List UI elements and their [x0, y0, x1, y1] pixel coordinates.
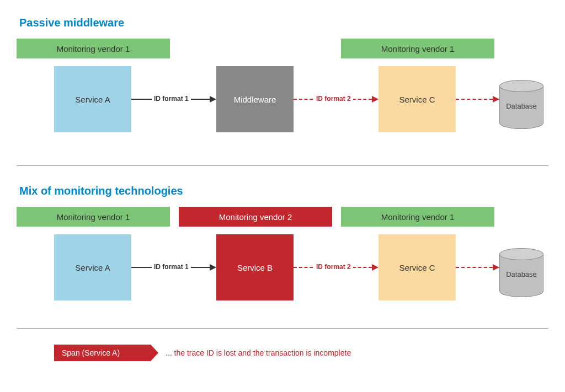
vendor1-box-right-s1: Monitoring vendor 1: [341, 39, 494, 58]
database-s1: Database: [499, 80, 543, 130]
middleware-box-s1: Middleware: [216, 66, 294, 132]
arrow-s1-3: [456, 99, 493, 100]
section1-title: Passive middleware: [19, 17, 124, 29]
database-s2: Database: [499, 248, 543, 298]
span-box: Span (Service A): [54, 345, 151, 361]
divider-2: [17, 328, 548, 329]
service-a-box-s1: Service A: [54, 66, 131, 132]
vendor2-box-s2: Monitoring vendor 2: [179, 207, 332, 227]
arrow-head-s2-1: [210, 264, 216, 271]
divider-1: [17, 165, 548, 166]
section2-title: Mix of monitoring technologies: [19, 185, 183, 197]
arrow-label-s2-1: ID format 1: [152, 263, 191, 271]
vendor1-box-left-s1: Monitoring vendor 1: [17, 39, 170, 58]
service-c-box-s1: Service C: [379, 66, 456, 132]
arrow-head-s1-1: [210, 96, 216, 103]
service-a-box-s2: Service A: [54, 234, 131, 300]
service-c-box-s2: Service C: [379, 234, 456, 300]
span-description: ... the trace ID is lost and the transac…: [166, 348, 351, 357]
database-label-s1: Database: [499, 102, 543, 110]
service-b-box-s2: Service B: [216, 234, 294, 300]
vendor1-box-left-s2: Monitoring vendor 1: [17, 207, 170, 227]
arrow-head-s1-3: [493, 96, 499, 103]
vendor1-box-right-s2: Monitoring vendor 1: [341, 207, 494, 227]
database-label-s2: Database: [499, 270, 543, 278]
arrow-label-s1-1: ID format 1: [152, 95, 191, 103]
arrow-label-s1-2: ID format 2: [314, 95, 353, 103]
arrow-label-s2-2: ID format 2: [314, 263, 353, 271]
arrow-head-s2-3: [493, 264, 499, 271]
arrow-s2-3: [456, 267, 493, 268]
arrow-head-s2-2: [372, 264, 379, 271]
arrow-head-s1-2: [372, 96, 379, 103]
